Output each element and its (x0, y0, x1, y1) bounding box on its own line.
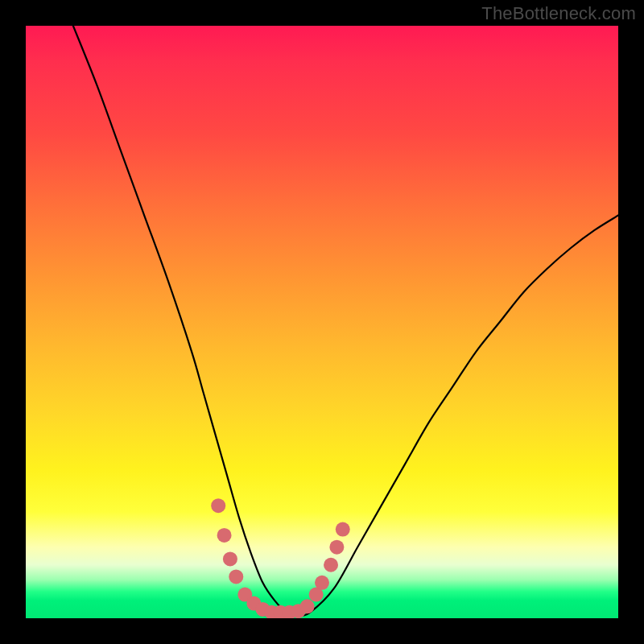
marker-dot (229, 569, 243, 584)
marker-dot (329, 540, 344, 555)
plot-area (26, 26, 618, 618)
marker-dot (217, 528, 232, 543)
watermark-text: TheBottleneck.com (481, 3, 636, 24)
marker-dot (315, 576, 329, 590)
marker-dot (223, 551, 237, 566)
marker-dot (300, 599, 315, 613)
marker-dot (336, 522, 350, 537)
marker-dot (324, 558, 338, 572)
bottom-marker-cluster (211, 498, 350, 618)
curve-layer (26, 26, 618, 618)
chart-frame: TheBottleneck.com (0, 0, 644, 644)
marker-dot (211, 498, 225, 513)
